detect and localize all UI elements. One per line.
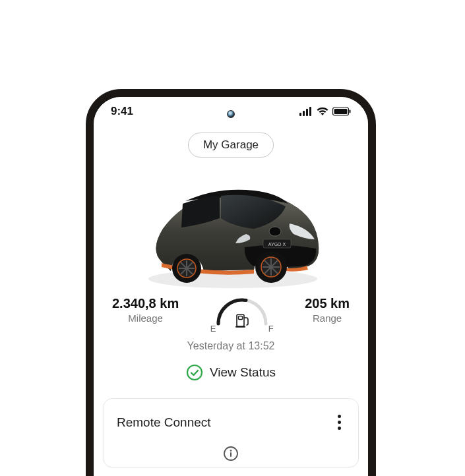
svg-rect-2 bbox=[306, 109, 308, 116]
svg-rect-24 bbox=[235, 326, 245, 328]
fuel-pump-icon bbox=[235, 312, 249, 328]
svg-point-25 bbox=[187, 365, 202, 380]
front-camera bbox=[227, 110, 235, 118]
clock: 9:41 bbox=[111, 105, 133, 118]
range-value: 205 km bbox=[305, 296, 350, 311]
wifi-icon bbox=[317, 107, 328, 116]
fuel-full-label: F bbox=[268, 324, 274, 334]
vehicle-image: AYGO X bbox=[94, 163, 368, 292]
svg-rect-3 bbox=[309, 107, 311, 116]
vehicle-badge: AYGO X bbox=[268, 242, 286, 247]
my-garage-label: My Garage bbox=[203, 138, 259, 151]
last-update-timestamp: Yesterday at 13:52 bbox=[187, 340, 275, 352]
fuel-gauge: E F bbox=[202, 296, 282, 328]
range-label: Range bbox=[313, 312, 342, 324]
svg-rect-0 bbox=[299, 113, 301, 116]
mileage-stat: 2.340,8 km Mileage bbox=[112, 296, 179, 324]
svg-rect-5 bbox=[334, 109, 348, 114]
view-status-link[interactable]: View Status bbox=[186, 364, 276, 381]
info-icon[interactable] bbox=[223, 446, 239, 461]
mileage-label: Mileage bbox=[128, 312, 163, 324]
card-title: Remote Connect bbox=[117, 415, 211, 430]
volume-button[interactable] bbox=[375, 242, 376, 301]
cellular-icon bbox=[299, 107, 313, 116]
my-garage-button[interactable]: My Garage bbox=[188, 133, 274, 158]
svg-point-27 bbox=[230, 450, 232, 452]
svg-point-9 bbox=[269, 227, 281, 236]
phone-frame: 9:41 bbox=[86, 89, 376, 476]
remote-connect-card: Remote Connect bbox=[103, 398, 359, 467]
battery-icon bbox=[332, 107, 351, 116]
more-options-button[interactable] bbox=[334, 411, 345, 434]
app-screen: 9:41 bbox=[94, 97, 368, 476]
svg-rect-23 bbox=[238, 316, 242, 320]
range-stat: 205 km Range bbox=[305, 296, 350, 324]
view-status-label: View Status bbox=[210, 365, 276, 380]
svg-rect-1 bbox=[303, 111, 305, 116]
svg-rect-6 bbox=[350, 110, 351, 113]
svg-rect-28 bbox=[230, 452, 232, 457]
fuel-empty-label: E bbox=[210, 324, 216, 334]
mileage-value: 2.340,8 km bbox=[112, 296, 179, 311]
power-button[interactable] bbox=[375, 334, 376, 387]
check-circle-icon bbox=[186, 364, 203, 381]
stats-row: 2.340,8 km Mileage E F bbox=[94, 296, 368, 328]
